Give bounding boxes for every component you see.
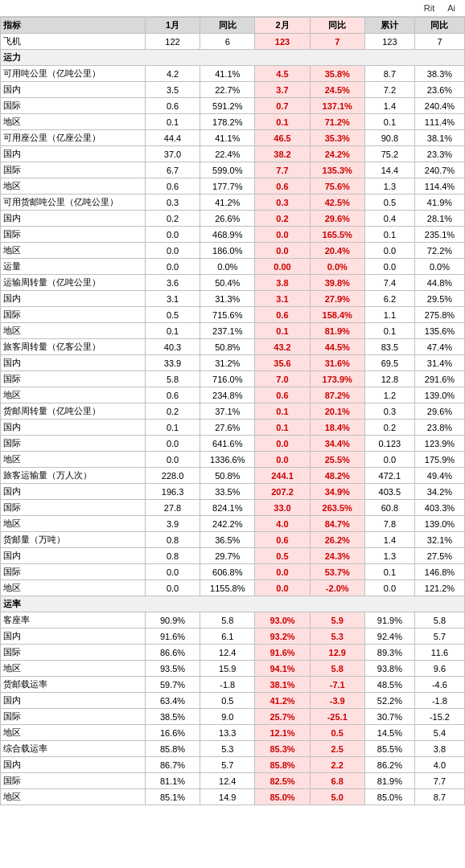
table-row: 国际86.6%12.491.6%12.989.3%11.6 [1, 645, 465, 661]
row-cell: 5.8 [200, 612, 255, 628]
row-cell: 91.6% [255, 645, 310, 661]
row-cell: 48.2% [310, 468, 364, 484]
row-label: 国内 [1, 355, 146, 371]
row-cell: 37.0 [145, 146, 200, 162]
tab-ai[interactable]: Ai [441, 2, 462, 14]
row-cell: 22.4% [200, 146, 255, 162]
row-cell: 12.9 [310, 645, 364, 661]
section-header-cell: 运率 [1, 596, 465, 612]
row-cell: 244.1 [255, 468, 310, 484]
row-cell: -3.9 [310, 693, 364, 709]
row-cell: 5.9 [310, 612, 364, 628]
row-cell: 403.3% [414, 500, 464, 516]
row-cell: 0.0 [364, 452, 414, 468]
row-cell: 14.5% [364, 725, 414, 741]
row-cell: 122 [145, 34, 200, 50]
row-cell: 38.3% [414, 66, 464, 82]
col-header-feb-ratio: 同比 [310, 18, 364, 34]
row-cell: 5.8 [145, 371, 200, 387]
row-cell: 403.5 [364, 484, 414, 500]
row-cell: 41.2% [200, 194, 255, 211]
row-label: 国际 [1, 98, 146, 114]
table-row: 国际5.8716.0%7.0173.9%12.8291.6% [1, 371, 465, 387]
row-cell: 41.9% [414, 194, 464, 211]
row-cell: 0.3 [364, 403, 414, 420]
row-cell: 29.6% [310, 211, 364, 227]
row-cell: 165.5% [310, 227, 364, 243]
row-cell: 715.6% [200, 307, 255, 323]
row-label: 货邮载运率 [1, 677, 146, 693]
table-row: 国内86.7%5.785.8%2.286.2%4.0 [1, 757, 465, 773]
row-label: 运量 [1, 259, 146, 275]
row-cell: 52.2% [364, 693, 414, 709]
row-cell: 0.8 [145, 532, 200, 548]
row-cell: 0.6 [255, 307, 310, 323]
row-cell: 0.0 [255, 452, 310, 468]
table-row: 地区0.01155.8%0.0-2.0%0.0121.2% [1, 580, 465, 596]
row-cell: 14.4 [364, 162, 414, 178]
row-cell: 0.8 [145, 548, 200, 564]
row-cell: 34.4% [310, 436, 364, 452]
table-row: 国内91.6%6.193.2%5.392.4%5.7 [1, 628, 465, 645]
tab-rit[interactable]: Rit [418, 2, 441, 14]
row-cell: 38.1% [255, 677, 310, 693]
row-cell: 7 [414, 34, 464, 50]
row-cell: 23.3% [414, 146, 464, 162]
row-cell: 3.5 [145, 82, 200, 98]
row-cell: 92.4% [364, 628, 414, 645]
row-cell: 16.6% [145, 725, 200, 741]
row-cell: 7.4 [364, 275, 414, 291]
row-label: 综合载运率 [1, 741, 146, 757]
row-cell: 0.5 [200, 693, 255, 709]
row-cell: 84.7% [310, 516, 364, 532]
row-label: 可用座公里（亿座公里） [1, 130, 146, 146]
row-cell: 6 [200, 34, 255, 50]
table-row: 地区93.5%15.994.1%5.893.8%9.6 [1, 661, 465, 677]
table-row: 国际0.0641.6%0.034.4%0.123123.9% [1, 436, 465, 452]
row-label: 地区 [1, 243, 146, 259]
row-label: 国内 [1, 757, 146, 773]
table-row: 旅客运输量（万人次）228.050.8%244.148.2%472.149.4% [1, 468, 465, 484]
row-cell: 139.0% [414, 387, 464, 403]
row-cell: 606.8% [200, 564, 255, 580]
row-cell: 641.6% [200, 436, 255, 452]
row-cell: 6.1 [200, 628, 255, 645]
table-row: 客座率90.9%5.893.0%5.991.9%5.8 [1, 612, 465, 628]
row-label: 国内 [1, 146, 146, 162]
row-cell: 31.4% [414, 355, 464, 371]
row-cell: 9.0 [200, 709, 255, 725]
row-cell: 173.9% [310, 371, 364, 387]
row-cell: 1.1 [364, 307, 414, 323]
row-cell: 93.0% [255, 612, 310, 628]
row-cell: 9.6 [414, 661, 464, 677]
row-cell: 3.6 [145, 275, 200, 291]
row-cell: 0.7 [255, 98, 310, 114]
row-cell: 85.0% [255, 789, 310, 805]
row-cell: 90.9% [145, 612, 200, 628]
row-cell: 0.6 [145, 387, 200, 403]
row-cell: 60.8 [364, 500, 414, 516]
row-cell: 7.8 [364, 516, 414, 532]
row-label: 可用吨公里（亿吨公里） [1, 66, 146, 82]
row-cell: 0.1 [145, 114, 200, 130]
row-cell: 0.0 [145, 243, 200, 259]
row-cell: -25.1 [310, 709, 364, 725]
row-cell: 0.2 [145, 211, 200, 227]
row-cell: 12.8 [364, 371, 414, 387]
row-cell: 20.1% [310, 403, 364, 420]
row-cell: 3.8 [414, 741, 464, 757]
row-cell: 3.7 [255, 82, 310, 98]
row-cell: 0.1 [255, 323, 310, 339]
row-label: 国内 [1, 420, 146, 436]
row-cell: 27.6% [200, 420, 255, 436]
row-cell: 4.2 [145, 66, 200, 82]
row-cell: 263.5% [310, 500, 364, 516]
row-cell: 85.5% [364, 741, 414, 757]
row-cell: 75.6% [310, 178, 364, 194]
row-cell: 0.5 [310, 725, 364, 741]
row-cell: 111.4% [414, 114, 464, 130]
row-cell: 0.1 [364, 564, 414, 580]
table-row: 地区0.1178.2%0.171.2%0.1111.4% [1, 114, 465, 130]
row-cell: 7 [310, 34, 364, 50]
row-label: 货邮周转量（亿吨公里） [1, 403, 146, 420]
